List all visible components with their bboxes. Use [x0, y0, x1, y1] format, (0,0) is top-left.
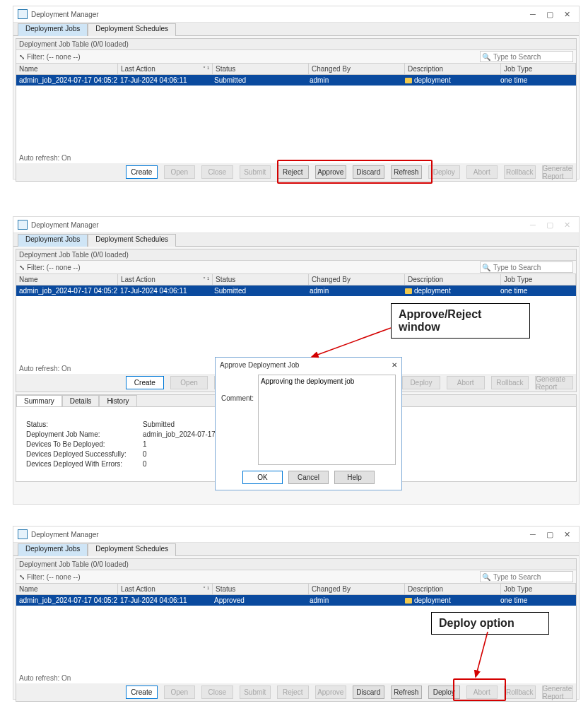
- col-name[interactable]: Name: [16, 584, 118, 594]
- table-title: Deployment Job Table (0/0 loaded): [16, 559, 576, 570]
- minimize-button[interactable]: ─: [525, 8, 541, 20]
- col-description[interactable]: Description: [405, 584, 501, 594]
- table-row[interactable]: admin_job_2024-07-17 04:05:25.051 17-Jul…: [16, 75, 576, 86]
- col-status[interactable]: Status: [213, 584, 309, 594]
- titlebar: Deployment Manager ─ ▢ ✕: [13, 526, 579, 543]
- tab-deployment-jobs[interactable]: Deployment Jobs: [18, 23, 88, 36]
- search-box[interactable]: 🔍: [480, 51, 573, 62]
- app-title: Deployment Manager: [31, 11, 524, 18]
- cell-name: admin_job_2024-07-17 04:05:25.051: [16, 595, 117, 606]
- col-status[interactable]: Status: [213, 64, 309, 74]
- search-input[interactable]: [492, 572, 569, 582]
- cell-description: deployment: [402, 75, 498, 86]
- col-description[interactable]: Description: [405, 274, 501, 285]
- filter-expand-icon[interactable]: ⤡: [19, 53, 25, 61]
- report-button: Generate Report: [542, 686, 574, 699]
- table-row[interactable]: admin_job_2024-07-17 04:05:25.051 17-Jul…: [16, 286, 576, 296]
- close-button[interactable]: ✕: [559, 219, 575, 230]
- search-icon: 🔍: [481, 53, 492, 61]
- close-button[interactable]: ✕: [559, 8, 575, 20]
- discard-button[interactable]: Discard: [353, 686, 384, 699]
- open-button: Open: [164, 686, 196, 699]
- maximize-button[interactable]: ▢: [542, 8, 558, 20]
- col-job-type[interactable]: Job Type: [501, 64, 576, 74]
- auto-refresh-label: Auto refresh: On: [16, 153, 576, 163]
- search-input[interactable]: [492, 52, 569, 61]
- col-name[interactable]: Name: [16, 64, 118, 74]
- dialog-help-button[interactable]: Help: [334, 471, 375, 484]
- cell-changed-by: admin: [307, 286, 402, 296]
- col-changed-by[interactable]: Changed By: [309, 64, 405, 74]
- dialog-close-icon[interactable]: ✕: [392, 361, 397, 369]
- filter-bar: ⤡ Filter: (-- none --) 🔍: [16, 261, 576, 274]
- col-changed-by[interactable]: Changed By: [309, 584, 405, 594]
- deploy-button: Deploy: [428, 165, 460, 179]
- cell-job-type: one time: [498, 595, 576, 606]
- col-description[interactable]: Description: [405, 64, 501, 74]
- dialog-ok-button[interactable]: OK: [242, 471, 283, 484]
- search-icon: 🔍: [481, 573, 492, 581]
- folder-icon: [405, 598, 412, 604]
- cell-changed-by: admin: [307, 75, 402, 86]
- col-last-action[interactable]: Last Action˅ ¹: [118, 584, 213, 594]
- discard-button[interactable]: Discard: [353, 165, 384, 179]
- col-last-action[interactable]: Last Action˅ ¹: [118, 64, 213, 74]
- search-box[interactable]: 🔍: [480, 261, 573, 273]
- create-button[interactable]: Create: [126, 686, 158, 699]
- dialog-cancel-button[interactable]: Cancel: [288, 471, 329, 484]
- v-devtbd: 1: [143, 440, 147, 448]
- folder-icon: [405, 288, 412, 294]
- filter-expand-icon[interactable]: ⤡: [19, 264, 25, 271]
- refresh-button[interactable]: Refresh: [391, 686, 423, 699]
- close-button[interactable]: ✕: [559, 529, 575, 540]
- tab-deployment-schedules[interactable]: Deployment Schedules: [88, 543, 176, 556]
- titlebar: Deployment Manager ─ ▢ ✕: [13, 6, 579, 23]
- tab-history[interactable]: History: [99, 395, 136, 406]
- tab-summary[interactable]: Summary: [16, 395, 62, 406]
- maximize-button[interactable]: ▢: [542, 219, 558, 230]
- cell-name: admin_job_2024-07-17 04:05:25.051: [16, 75, 117, 86]
- reject-button[interactable]: Reject: [277, 165, 309, 179]
- table-header: Name Last Action˅ ¹ Status Changed By De…: [16, 64, 576, 75]
- create-button[interactable]: Create: [126, 165, 158, 179]
- col-job-type[interactable]: Job Type: [501, 584, 576, 594]
- minimize-button[interactable]: ─: [525, 219, 541, 230]
- tab-deployment-schedules[interactable]: Deployment Schedules: [88, 23, 176, 36]
- table-title: Deployment Job Table (0/0 loaded): [16, 39, 576, 50]
- rollback-button: Rollback: [504, 165, 536, 179]
- sort-asc-icon: ˅ ¹: [203, 276, 209, 283]
- dialog-title: Approve Deployment Job: [220, 361, 299, 369]
- tab-deployment-jobs[interactable]: Deployment Jobs: [18, 234, 88, 247]
- cell-description: deployment: [402, 595, 498, 606]
- col-changed-by[interactable]: Changed By: [309, 274, 405, 285]
- col-status[interactable]: Status: [213, 274, 309, 285]
- cell-last-action: 17-Jul-2024 04:06:11: [117, 286, 211, 296]
- cell-last-action: 17-Jul-2024 04:06:11: [117, 75, 211, 86]
- open-button: Open: [170, 376, 208, 389]
- cell-status: Approved: [211, 595, 307, 606]
- deploy-button[interactable]: Deploy: [428, 686, 460, 699]
- table-header: Name Last Action˅ ¹ Status Changed By De…: [16, 274, 576, 286]
- cell-name: admin_job_2024-07-17 04:05:25.051: [16, 286, 117, 296]
- col-job-type[interactable]: Job Type: [501, 274, 576, 285]
- approve-button[interactable]: Approve: [315, 165, 347, 179]
- col-name[interactable]: Name: [16, 274, 118, 285]
- maximize-button[interactable]: ▢: [542, 529, 558, 540]
- col-last-action[interactable]: Last Action˅ ¹: [118, 274, 213, 285]
- create-button[interactable]: Create: [126, 376, 164, 389]
- search-box[interactable]: 🔍: [480, 571, 573, 582]
- filter-label: Filter: (-- none --): [27, 53, 81, 61]
- main-tabs: Deployment Jobs Deployment Schedules: [13, 233, 579, 247]
- refresh-button[interactable]: Refresh: [391, 165, 423, 179]
- search-input[interactable]: [492, 263, 569, 272]
- filter-label: Filter: (-- none --): [27, 573, 81, 581]
- tab-deployment-jobs[interactable]: Deployment Jobs: [18, 543, 88, 556]
- table-row[interactable]: admin_job_2024-07-17 04:05:25.051 17-Jul…: [16, 595, 576, 606]
- tab-details[interactable]: Details: [62, 395, 100, 406]
- k-status: Status:: [26, 420, 143, 428]
- app-icon: [18, 9, 28, 19]
- filter-expand-icon[interactable]: ⤡: [19, 573, 25, 581]
- minimize-button[interactable]: ─: [525, 529, 541, 540]
- comment-textarea[interactable]: [258, 375, 396, 465]
- tab-deployment-schedules[interactable]: Deployment Schedules: [88, 234, 176, 247]
